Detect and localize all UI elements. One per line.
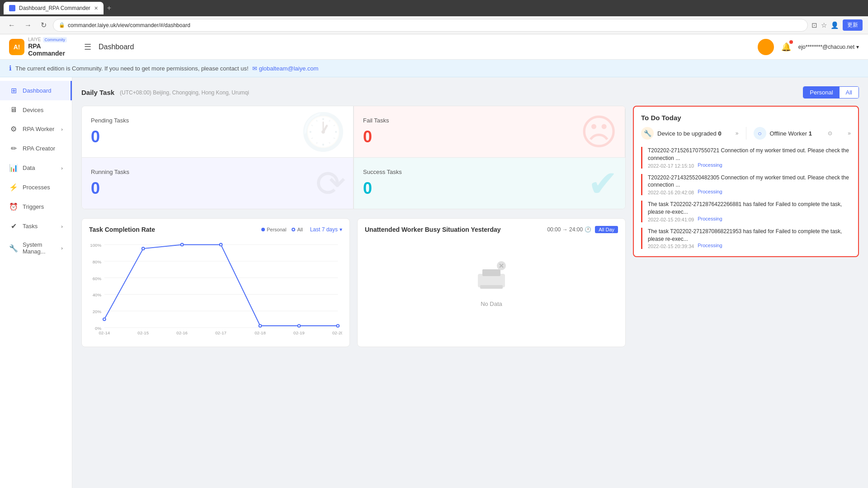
cast-icon[interactable]: ⊡ (811, 21, 817, 29)
running-label: Running Tasks (91, 169, 344, 175)
completion-rate-chart: Task Completion Rate Personal (81, 218, 350, 347)
bell-icon[interactable]: 🔔 (781, 42, 791, 52)
legend-all-dot (292, 228, 295, 231)
info-email-link[interactable]: ✉ globalteam@laiye.com (252, 65, 319, 72)
back-btn[interactable]: ← (5, 19, 18, 31)
device-upgrade-widget[interactable]: 🔧 Device to be upgraded 0 » (641, 127, 739, 140)
svg-text:02-17: 02-17 (215, 330, 226, 335)
alert-1-time: 2022-02-17 12:15:10 (648, 163, 694, 169)
user-dropdown-icon: ▾ (856, 44, 859, 50)
clock-btn[interactable]: 🕐 (585, 226, 591, 233)
system-arrow: › (61, 245, 63, 251)
address-url: commander.laiye.uk/view/commander/#/dash… (68, 22, 190, 28)
user-email: ejo********@chacuo.net (798, 44, 854, 50)
chart-legend: Personal All (261, 227, 303, 232)
bookmark-icon[interactable]: ☆ (821, 21, 827, 29)
sidebar: ⊞ Dashboard 🖥 Devices ⚙ RPA Worker › ✏ R… (0, 77, 72, 488)
sidebar-item-devices[interactable]: 🖥 Devices (0, 100, 72, 119)
data-icon: 📊 (9, 164, 18, 172)
success-tasks-card: Success Tasks 0 ✔ (354, 158, 625, 209)
browser-tab[interactable]: Dashboard_RPA Commander ✕ (4, 2, 104, 14)
processes-icon: ⚡ (9, 183, 18, 192)
system-icon: 🔧 (9, 244, 18, 253)
svg-text:80%: 80% (93, 259, 102, 264)
notification-badge (789, 40, 793, 44)
logo-text: LAIYE Community RPA Commander (28, 37, 77, 57)
address-bar[interactable]: 🔒 commander.laiye.uk/view/commander/#/da… (53, 19, 808, 32)
sidebar-label-data: Data (23, 164, 35, 171)
profile-icon[interactable]: 👤 (830, 21, 839, 29)
sidebar-item-data[interactable]: 📊 Data › (0, 158, 72, 178)
success-label: Success Tasks (363, 169, 616, 175)
check-icon: ✔ (588, 162, 618, 204)
svg-text:02-15: 02-15 (137, 330, 149, 335)
fail-label: Fail Tasks (363, 117, 616, 124)
worker-chart-header: Unattended Worker Busy Situation Yesterd… (365, 226, 618, 233)
sidebar-item-rpa-creator[interactable]: ✏ RPA Creator (0, 139, 72, 158)
charts-section: Task Completion Rate Personal (81, 218, 626, 347)
app: A! LAIYE Community RPA Commander ☰ Dashb… (0, 34, 868, 488)
alert-2-status: Processing (698, 189, 722, 195)
svg-rect-31 (480, 285, 503, 289)
device-upgrade-icon: 🔧 (641, 127, 654, 140)
alert-2-time: 2022-02-16 20:42:08 (648, 190, 694, 195)
update-btn[interactable]: 更新 (843, 19, 863, 31)
new-tab-btn[interactable]: + (107, 4, 111, 12)
sidebar-item-triggers[interactable]: ⏰ Triggers (0, 197, 72, 216)
info-bar: ℹ The current edition is Community. If y… (0, 60, 868, 77)
alert-1-msg: T202202-2715261707550721 Connection of m… (648, 147, 851, 162)
svg-text:02-16: 02-16 (176, 330, 188, 335)
filter-personal-btn[interactable]: Personal (803, 87, 839, 98)
task-filter-group: Personal All (803, 86, 859, 99)
user-menu[interactable]: ejo********@chacuo.net ▾ (798, 44, 859, 50)
all-day-btn[interactable]: All Day (595, 226, 618, 233)
offline-worker-arrow: ⊙ (828, 130, 832, 136)
filter-arrow: ▾ (340, 226, 342, 233)
filter-all-btn[interactable]: All (840, 87, 859, 98)
alert-3-meta: 2022-02-15 20:41:09 Processing (648, 216, 851, 222)
alert-2-meta: 2022-02-16 20:42:08 Processing (648, 189, 851, 195)
worker-chart-title: Unattended Worker Busy Situation Yesterd… (365, 226, 501, 233)
sidebar-label-triggers: Triggers (23, 203, 44, 210)
pending-tasks-card: Pending Tasks 0 🕐 (82, 106, 354, 158)
todo-title: To Do Today (641, 114, 851, 122)
content-main: Pending Tasks 0 🕐 Fail Tasks 0 ☹ Runn (81, 106, 859, 347)
sidebar-item-processes[interactable]: ⚡ Processes (0, 178, 72, 197)
svg-point-12 (103, 318, 106, 321)
alert-4-msg: The task T202202-2712870868221953 has fa… (648, 228, 851, 243)
sidebar-item-rpa-worker[interactable]: ⚙ RPA Worker › (0, 119, 72, 139)
sidebar-item-system[interactable]: 🔧 System Manag... › (0, 236, 72, 260)
legend-personal-dot (261, 228, 265, 231)
legend-all: All (292, 227, 302, 232)
daily-task-title: Daily Task (81, 89, 114, 96)
secure-icon: 🔒 (59, 22, 65, 28)
sidebar-item-tasks[interactable]: ✔ Tasks › (0, 216, 72, 236)
sidebar-item-dashboard[interactable]: ⊞ Dashboard (0, 81, 72, 100)
svg-point-16 (259, 324, 262, 327)
svg-text:02-20: 02-20 (332, 330, 342, 335)
svg-text:02-19: 02-19 (293, 330, 305, 335)
sad-icon: ☹ (580, 111, 618, 153)
rpa-creator-icon: ✏ (9, 144, 18, 153)
reload-btn[interactable]: ↻ (38, 19, 49, 31)
svg-text:02-14: 02-14 (99, 330, 110, 335)
logo-wrapper: LAIYE Community RPA Commander (28, 37, 77, 57)
legend-personal: Personal (261, 227, 286, 232)
triggers-icon: ⏰ (9, 202, 18, 211)
fail-tasks-card: Fail Tasks 0 ☹ (354, 106, 625, 158)
email-icon: ✉ (252, 65, 257, 72)
legend-personal-label: Personal (267, 227, 286, 232)
svg-point-15 (220, 244, 222, 246)
running-tasks-card: Running Tasks 0 ⟳ (82, 158, 354, 209)
forward-btn[interactable]: → (22, 19, 34, 31)
svg-point-17 (298, 324, 301, 327)
tab-close-btn[interactable]: ✕ (94, 5, 98, 11)
bell-wrapper: 🔔 (781, 42, 791, 52)
chart-filter-btn[interactable]: Last 7 days ▾ (310, 226, 342, 233)
todo-alert-3: The task T202202-2712876422266881 has fa… (641, 201, 851, 222)
todo-alert-2: T202202-2714325520482305 Connection of m… (641, 174, 851, 196)
success-value: 0 (363, 179, 616, 198)
hamburger-btn[interactable]: ☰ (84, 42, 91, 52)
offline-worker-widget[interactable]: ○ Offline Worker 1 ⊙ » (754, 127, 851, 140)
no-data-text: No Data (481, 300, 502, 307)
